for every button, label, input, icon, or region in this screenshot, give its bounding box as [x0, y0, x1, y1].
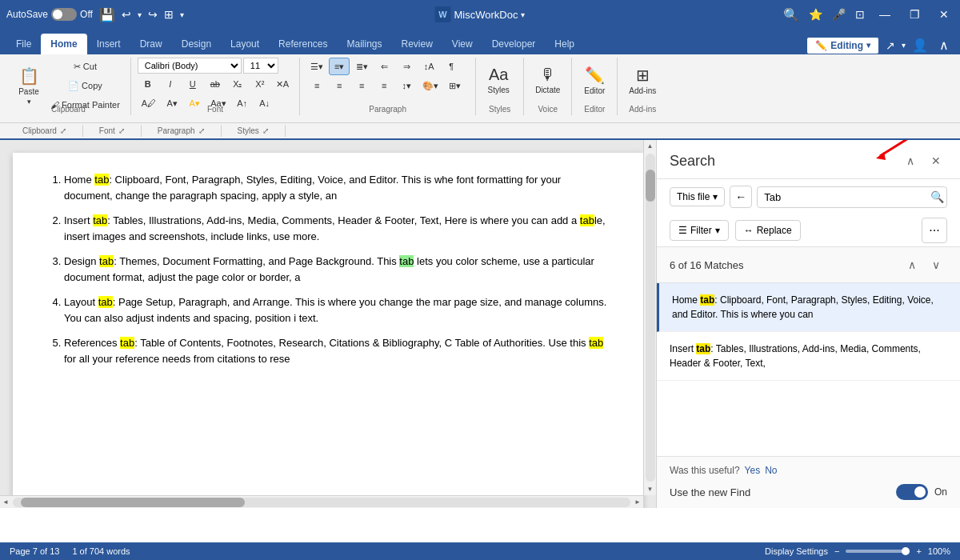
customize-icon[interactable]: ⊞ [164, 8, 174, 21]
search-result-1[interactable]: Home tab: Clipboard, Font, Paragraph, St… [657, 283, 960, 332]
save-icon[interactable]: 💾 [99, 7, 115, 22]
scroll-up-btn[interactable]: ▲ [645, 140, 656, 152]
scroll-track[interactable] [646, 154, 655, 482]
editing-badge[interactable]: ✏️ Editing ▾ [806, 37, 879, 54]
font-size-select[interactable]: 11 [243, 58, 278, 74]
styles-expand-icon[interactable]: ⤢ [262, 126, 269, 135]
bullets-button[interactable]: ☰▾ [306, 58, 327, 75]
no-link[interactable]: No [765, 465, 777, 476]
filename-dropdown-icon[interactable]: ▾ [521, 10, 525, 19]
align-left-button[interactable]: ≡ [306, 77, 327, 94]
sort-button[interactable]: ↕A [418, 58, 439, 75]
zoom-plus-btn[interactable]: + [916, 546, 921, 556]
shading-para-button[interactable]: 🎨▾ [418, 77, 442, 94]
line-spacing-button[interactable]: ↕▾ [396, 77, 417, 94]
minimize-btn[interactable]: — [874, 5, 895, 24]
undo-icon[interactable]: ↩ [122, 8, 131, 21]
search-go-button[interactable]: 🔍 [930, 190, 944, 203]
search-scope-selector[interactable]: This file ▾ [670, 187, 725, 206]
justify-button[interactable]: ≡ [374, 77, 394, 94]
scroll-down-btn[interactable]: ▼ [645, 483, 656, 495]
prev-match-button[interactable]: ∧ [901, 254, 923, 276]
bold-button[interactable]: B [138, 75, 158, 93]
editing-dropdown[interactable]: ▾ [866, 41, 870, 50]
align-center-button[interactable]: ≡ [329, 77, 350, 94]
restore-btn[interactable]: ❐ [905, 5, 925, 24]
scroll-thumb[interactable] [646, 170, 655, 202]
search-back-button[interactable]: ← [730, 186, 752, 208]
tab-design[interactable]: Design [172, 34, 221, 54]
redo-icon[interactable]: ↪ [148, 8, 158, 21]
replace-button[interactable]: ↔ Replace [735, 220, 801, 241]
show-marks-button[interactable]: ¶ [441, 58, 462, 75]
tab-view[interactable]: View [442, 34, 482, 54]
addins-button[interactable]: ⊞ Add-ins [624, 58, 661, 102]
dictate-button[interactable]: 🎙 Dictate [530, 58, 565, 102]
tab-home[interactable]: Home [41, 34, 86, 54]
customize-dropdown-icon[interactable]: ▾ [180, 10, 184, 19]
zoom-level[interactable]: 100% [928, 546, 950, 556]
tab-help[interactable]: Help [545, 34, 584, 54]
yes-link[interactable]: Yes [745, 465, 761, 476]
more-options-button[interactable]: ··· [922, 218, 947, 243]
tab-file[interactable]: File [6, 34, 41, 54]
tab-layout[interactable]: Layout [221, 34, 269, 54]
search-result-2[interactable]: Insert tab: Tables, Illustrations, Add-i… [657, 332, 960, 381]
italic-button[interactable]: I [160, 75, 181, 93]
tab-references[interactable]: References [269, 34, 337, 54]
tab-draw[interactable]: Draw [130, 34, 172, 54]
zoom-thumb[interactable] [902, 547, 910, 555]
word-count[interactable]: 1 of 704 words [72, 546, 130, 556]
paragraph-expand-icon[interactable]: ⤢ [198, 126, 205, 135]
numbering-button[interactable]: ≡▾ [329, 58, 350, 75]
editor-button[interactable]: ✏️ Editor [578, 58, 610, 102]
search-close-btn[interactable]: ✕ [925, 150, 947, 172]
close-btn[interactable]: ✕ [934, 5, 954, 24]
styles-button[interactable]: Aa Styles [482, 58, 514, 102]
collapse-ribbon-btn[interactable]: ∧ [934, 36, 954, 54]
scroll-h-thumb[interactable] [21, 498, 245, 507]
ribbon-icon[interactable]: ⭐ [809, 8, 822, 21]
strikethrough-button[interactable]: ab [205, 75, 226, 93]
multilevel-button[interactable]: ≣▾ [351, 58, 372, 75]
align-right-button[interactable]: ≡ [351, 77, 372, 94]
next-match-button[interactable]: ∨ [925, 254, 947, 276]
horizontal-scrollbar[interactable]: ◄ ► [0, 495, 643, 508]
paste-button[interactable]: 📋 Paste ▾ [13, 63, 45, 109]
tab-insert[interactable]: Insert [87, 34, 130, 54]
filter-button[interactable]: ☰ Filter ▾ [670, 220, 729, 241]
tab-review[interactable]: Review [392, 34, 442, 54]
tab-mailings[interactable]: Mailings [337, 34, 391, 54]
clipboard-expand-icon[interactable]: ⤢ [60, 126, 66, 135]
underline-button[interactable]: U [182, 75, 203, 93]
share-icon[interactable]: ↗ [886, 39, 895, 52]
search-icon[interactable]: 🔍 [783, 7, 799, 22]
cut-button[interactable]: ✂ Cut [46, 58, 124, 75]
scroll-right-btn[interactable]: ► [632, 496, 643, 508]
scroll-left-btn[interactable]: ◄ [0, 496, 11, 508]
undo-dropdown-icon[interactable]: ▾ [138, 10, 142, 19]
page-info[interactable]: Page 7 of 13 [10, 546, 59, 556]
subscript-button[interactable]: X₂ [227, 75, 248, 93]
borders-button[interactable]: ⊞▾ [444, 77, 465, 94]
superscript-button[interactable]: X² [250, 75, 270, 93]
tab-developer[interactable]: Developer [482, 34, 546, 54]
autosave-toggle[interactable] [51, 8, 77, 21]
scroll-h-track[interactable] [13, 498, 630, 507]
share-dropdown[interactable]: ▾ [902, 41, 906, 50]
vertical-scrollbar[interactable]: ▲ ▼ [643, 140, 656, 495]
mic-icon[interactable]: 🎤 [832, 8, 846, 21]
font-name-select[interactable]: Calibri (Body) [138, 58, 242, 74]
new-find-toggle[interactable] [896, 484, 928, 500]
increase-indent-button[interactable]: ⇒ [396, 58, 417, 75]
decrease-indent-button[interactable]: ⇐ [374, 58, 394, 75]
clear-format-button[interactable]: ✕A [272, 75, 293, 93]
copy-button[interactable]: 📄 Copy [46, 77, 124, 94]
zoom-slider[interactable] [846, 550, 910, 553]
fit-icon[interactable]: ⊡ [855, 8, 865, 21]
user-icon[interactable]: 👤 [912, 38, 928, 53]
zoom-minus-btn[interactable]: − [834, 546, 839, 556]
display-settings[interactable]: Display Settings [765, 546, 828, 556]
search-input[interactable] [757, 186, 947, 208]
document-page[interactable]: Home tab: Clipboard, Font, Paragraph, St… [13, 153, 643, 508]
